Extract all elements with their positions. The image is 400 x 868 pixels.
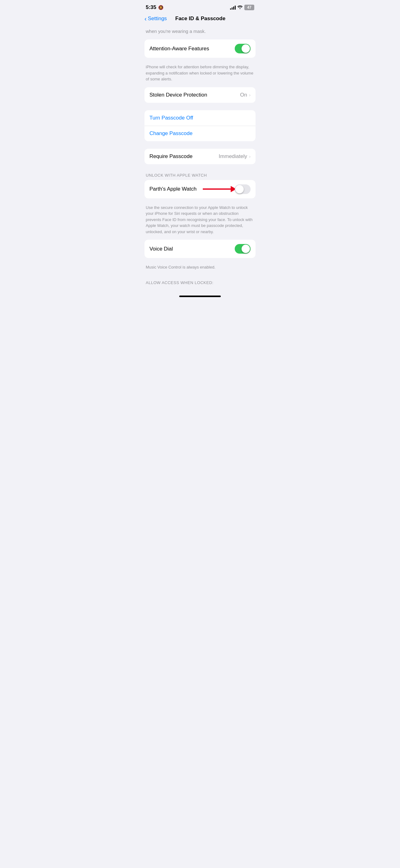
back-button[interactable]: ‹ Settings: [144, 16, 167, 22]
wifi-icon: [237, 5, 242, 10]
toggle-knob: [241, 245, 250, 253]
stolen-device-row[interactable]: Stolen Device Protection On ›: [144, 87, 256, 103]
battery-level: 47: [247, 5, 251, 10]
attention-aware-card: Attention-Aware Features: [144, 39, 256, 58]
attention-aware-label: Attention-Aware Features: [149, 45, 209, 52]
turn-passcode-off-row[interactable]: Turn Passcode Off: [144, 110, 256, 126]
stolen-device-value: On ›: [240, 92, 251, 98]
chevron-right-icon: ›: [249, 92, 251, 97]
content-area: when you're wearing a mask. Attention-Aw…: [139, 26, 261, 286]
status-bar: 5:35 🔕 47: [139, 0, 261, 13]
voice-dial-toggle[interactable]: [235, 244, 251, 254]
home-bar: [179, 296, 221, 297]
attention-aware-row: Attention-Aware Features: [144, 39, 256, 58]
voice-dial-card: Voice Dial: [144, 240, 256, 258]
attention-aware-toggle[interactable]: [235, 44, 251, 53]
apple-watch-card: Parth's Apple Watch: [144, 180, 256, 198]
apple-watch-label: Parth's Apple Watch: [149, 186, 197, 192]
status-time: 5:35 🔕: [146, 4, 163, 10]
apple-watch-row: Parth's Apple Watch: [144, 180, 256, 198]
apple-watch-description: Use the secure connection to your Apple …: [144, 202, 256, 240]
toggle-knob: [235, 185, 244, 193]
chevron-right-icon: ›: [249, 154, 251, 159]
home-indicator: [139, 292, 261, 300]
status-right: 47: [230, 5, 254, 10]
require-passcode-status: Immediately: [219, 153, 247, 160]
voice-dial-description: Music Voice Control is always enabled.: [144, 262, 256, 275]
signal-bar-1: [230, 8, 231, 10]
red-arrow-annotation: [203, 186, 236, 192]
change-passcode-row[interactable]: Change Passcode: [144, 126, 256, 141]
require-passcode-value: Immediately ›: [219, 153, 251, 160]
time-display: 5:35: [146, 4, 156, 10]
back-chevron-icon: ‹: [144, 16, 147, 22]
signal-bar-3: [233, 6, 234, 10]
require-passcode-card[interactable]: Require Passcode Immediately ›: [144, 149, 256, 164]
apple-watch-section-header: UNLOCK WITH APPLE WATCH: [144, 168, 256, 180]
stolen-device-label: Stolen Device Protection: [149, 92, 207, 98]
require-passcode-row[interactable]: Require Passcode Immediately ›: [144, 149, 256, 164]
back-label: Settings: [148, 16, 167, 22]
attention-aware-description: iPhone will check for attention before d…: [144, 61, 256, 87]
voice-dial-label: Voice Dial: [149, 246, 173, 252]
battery-indicator: 47: [244, 5, 254, 10]
stolen-device-status: On: [240, 92, 247, 98]
passcode-card: Turn Passcode Off Change Passcode: [144, 110, 256, 141]
voice-dial-row: Voice Dial: [144, 240, 256, 258]
page-title: Face ID & Passcode: [167, 16, 234, 22]
nav-bar: ‹ Settings Face ID & Passcode: [139, 13, 261, 26]
toggle-knob: [241, 44, 250, 53]
apple-watch-toggle[interactable]: [235, 184, 251, 194]
stolen-device-card[interactable]: Stolen Device Protection On ›: [144, 87, 256, 103]
signal-icon: [230, 5, 236, 10]
require-passcode-label: Require Passcode: [149, 153, 193, 160]
arrow-line: [203, 188, 231, 190]
bell-icon: 🔕: [158, 5, 163, 10]
allow-access-section-header: ALLOW ACCESS WHEN LOCKED:: [144, 275, 256, 286]
change-passcode-label: Change Passcode: [149, 130, 193, 136]
intro-text: when you're wearing a mask.: [144, 26, 256, 39]
turn-passcode-off-label: Turn Passcode Off: [149, 115, 193, 121]
signal-bar-2: [232, 7, 233, 10]
signal-bar-4: [235, 6, 236, 10]
